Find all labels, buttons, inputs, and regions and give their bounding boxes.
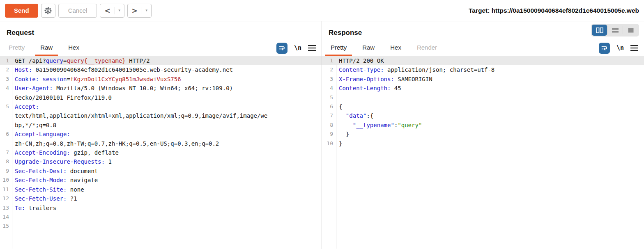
code-line[interactable]: 2Host: 0a150009040684ef802d1c640015005e.… — [0, 65, 322, 74]
line-text: "data":{ — [336, 111, 644, 120]
send-button[interactable]: Send — [5, 4, 38, 18]
history-back-dropdown[interactable]: ▼ — [115, 4, 124, 17]
tab-raw[interactable]: Raw — [357, 40, 380, 56]
code-line[interactable]: 6Accept-Language: — [0, 130, 322, 139]
word-wrap-toggle[interactable] — [276, 43, 288, 54]
code-line[interactable]: text/html,application/xhtml+xml,applicat… — [0, 111, 322, 120]
code-line[interactable]: 15 — [0, 222, 322, 231]
line-number — [0, 111, 12, 120]
request-tabs-row: PrettyRawHex \n — [0, 40, 322, 56]
history-back-button[interactable]: < — [100, 4, 114, 17]
code-line[interactable]: 1HTTP/2 200 OK — [322, 56, 644, 65]
code-line[interactable]: 8 "__typename":"query" — [322, 121, 644, 130]
line-text: Cookie: session=fKgznDol1CxYCyq851mJwsdw… — [12, 75, 322, 84]
code-line[interactable]: 4User-Agent: Mozilla/5.0 (Windows NT 10.… — [0, 84, 322, 93]
line-text: Gecko/20100101 Firefox/119.0 — [12, 93, 322, 102]
line-number: 6 — [0, 130, 12, 139]
tab-hex[interactable]: Hex — [385, 40, 407, 56]
code-line[interactable]: 10Sec-Fetch-Mode: navigate — [0, 176, 322, 185]
tab-pretty[interactable]: Pretty — [325, 40, 352, 56]
editor-menu-button[interactable] — [308, 45, 316, 51]
hamburger-menu-icon — [308, 45, 316, 51]
line-number: 6 — [322, 102, 336, 111]
line-text: Content-Length: 45 — [336, 84, 644, 93]
send-settings-button[interactable] — [41, 4, 55, 18]
line-number: 4 — [0, 84, 12, 93]
code-line[interactable]: 5Accept: — [0, 102, 322, 111]
word-wrap-toggle[interactable] — [599, 43, 610, 54]
line-number: 9 — [322, 130, 336, 139]
code-line[interactable]: 4Content-Length: 45 — [322, 84, 644, 93]
code-line[interactable]: 2Content-Type: application/json; charset… — [322, 65, 644, 74]
code-line[interactable]: Gecko/20100101 Firefox/119.0 — [0, 93, 322, 102]
line-text — [12, 222, 322, 231]
code-line[interactable]: bp,*/*;q=0.8 — [0, 121, 322, 130]
history-forward-split-button: > ▼ — [127, 4, 152, 18]
line-text: X-Frame-Options: SAMEORIGIN — [336, 75, 644, 84]
line-text: Sec-Fetch-User: ?1 — [12, 194, 322, 203]
line-text: Sec-Fetch-Dest: document — [12, 167, 322, 176]
history-forward-dropdown[interactable]: ▼ — [142, 4, 151, 17]
caret-down-icon: ▼ — [118, 9, 121, 12]
tab-render[interactable]: Render — [412, 40, 442, 56]
line-number: 14 — [0, 212, 12, 222]
line-text: { — [336, 102, 644, 111]
code-line[interactable]: 13Te: trailers — [0, 203, 322, 212]
line-text: Sec-Fetch-Site: none — [12, 185, 322, 194]
line-number: 4 — [322, 84, 336, 93]
history-forward-button[interactable]: > — [128, 4, 142, 17]
code-line[interactable]: 1GET /api?query=query{__typename} HTTP/2 — [0, 56, 322, 65]
line-text — [336, 93, 644, 102]
layout-rows-button[interactable] — [607, 25, 623, 36]
code-line[interactable]: 5 — [322, 93, 644, 102]
code-line[interactable]: 8Upgrade-Insecure-Requests: 1 — [0, 157, 322, 166]
code-line[interactable]: 7 "data":{ — [322, 111, 644, 120]
editor-menu-button[interactable] — [630, 45, 638, 51]
layout-single-button[interactable] — [623, 25, 638, 36]
line-number: 1 — [0, 56, 12, 65]
request-editor[interactable]: 1GET /api?query=query{__typename} HTTP/2… — [0, 56, 322, 249]
line-number: 8 — [322, 121, 336, 130]
code-line[interactable]: 6{ — [322, 102, 644, 111]
code-line[interactable]: 10} — [322, 139, 644, 148]
hamburger-menu-icon — [630, 45, 638, 51]
code-line[interactable]: 3Cookie: session=fKgznDol1CxYCyq851mJwsd… — [0, 75, 322, 84]
code-line[interactable]: 7Accept-Encoding: gzip, deflate — [0, 148, 322, 157]
line-text: GET /api?query=query{__typename} HTTP/2 — [12, 56, 322, 65]
line-text: } — [336, 139, 644, 148]
code-line[interactable]: 3X-Frame-Options: SAMEORIGIN — [322, 75, 644, 84]
show-newlines-toggle[interactable]: \n — [294, 44, 301, 52]
line-text: bp,*/*;q=0.8 — [12, 121, 322, 130]
response-editor-tools: \n — [599, 40, 638, 56]
line-number: 8 — [0, 157, 12, 166]
response-editor[interactable]: 1HTTP/2 200 OK2Content-Type: application… — [322, 56, 644, 249]
cancel-button[interactable]: Cancel — [58, 4, 97, 18]
line-number: 2 — [322, 65, 336, 74]
response-panel: Response PrettyRawHexRender \n — [322, 21, 644, 249]
code-line[interactable]: zh-CN,zh;q=0.8,zh-TW;q=0.7,zh-HK;q=0.5,e… — [0, 139, 322, 148]
line-number — [0, 93, 12, 102]
code-line[interactable]: 14 — [0, 212, 322, 222]
line-number: 10 — [322, 139, 336, 148]
tab-pretty[interactable]: Pretty — [3, 40, 30, 56]
line-number: 10 — [0, 176, 12, 185]
response-tabs: PrettyRawHexRender — [325, 40, 442, 56]
tab-hex[interactable]: Hex — [63, 40, 85, 56]
tab-raw[interactable]: Raw — [35, 40, 58, 56]
toolbar: Send Cancel < ▼ > ▼ Target: https://0a15… — [0, 0, 644, 21]
line-text: Upgrade-Insecure-Requests: 1 — [12, 157, 322, 166]
code-line[interactable]: 9Sec-Fetch-Dest: document — [0, 167, 322, 176]
code-line[interactable]: 11Sec-Fetch-Site: none — [0, 185, 322, 194]
layout-columns-button[interactable] — [592, 25, 607, 36]
code-line[interactable]: 12Sec-Fetch-User: ?1 — [0, 194, 322, 203]
split-rows-icon — [612, 27, 619, 33]
gear-icon — [44, 7, 52, 15]
layout-switcher — [591, 24, 639, 37]
line-number — [0, 121, 12, 130]
line-number: 3 — [0, 75, 12, 84]
code-line[interactable]: 9 } — [322, 130, 644, 139]
line-number: 11 — [0, 185, 12, 194]
show-newlines-toggle[interactable]: \n — [616, 44, 624, 52]
repeater-panels: Request PrettyRawHex \n — [0, 21, 644, 249]
line-text: Accept-Language: — [12, 130, 322, 139]
